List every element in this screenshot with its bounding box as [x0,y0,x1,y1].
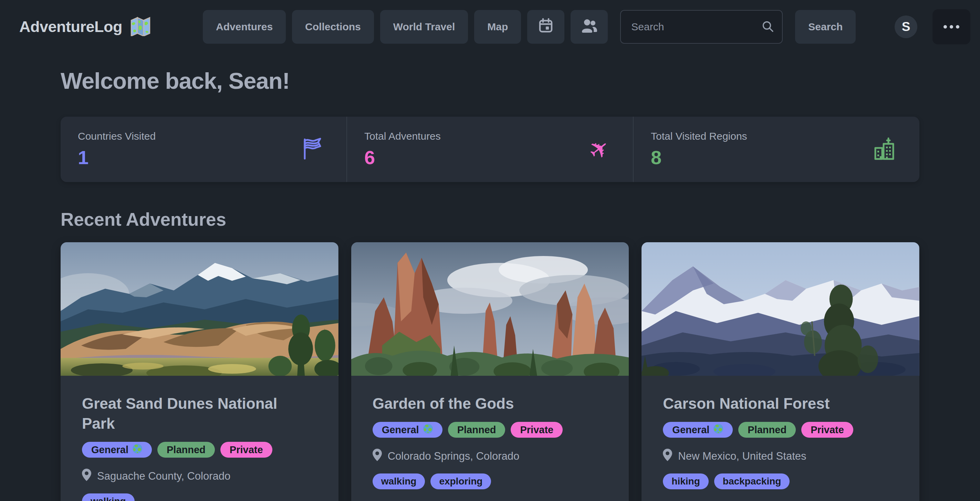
location-pin-icon [372,449,382,464]
stat-countries-visited: Countries Visited 1 [60,117,347,182]
stat-title: Total Adventures [364,130,441,142]
location-row: New Mexico, United States [663,449,898,464]
badge-private: Private [511,422,563,438]
badge-row: General Planned Private [372,422,608,438]
nav-world-travel-button[interactable]: World Travel [380,10,468,44]
avatar[interactable]: S [895,16,917,38]
location-text: Saguache County, Colorado [97,470,231,482]
adventure-card[interactable]: Great Sand Dunes National Park General [60,242,339,501]
adventure-photo-sand-dunes [60,242,339,376]
navbar-right: S [895,9,970,44]
nav-map-button[interactable]: Map [474,10,521,44]
stats-panel: Countries Visited 1 Total Adventures 6 ✈ [60,117,920,182]
recent-adventures-heading: Recent Adventures [60,209,920,230]
tag: backpacking [714,474,790,489]
tag-row: walking [82,493,317,501]
card-body: Garden of the Gods General [351,376,629,489]
stat-title: Countries Visited [78,130,156,142]
recent-adventure-cards: Great Sand Dunes National Park General [60,242,920,501]
tag: walking [372,474,425,489]
badge-planned: Planned [448,422,506,438]
globe-icon [423,423,433,436]
badge-private: Private [801,422,853,438]
stat-value: 6 [364,146,441,169]
adventure-photo-carson-forest [641,242,920,376]
app-title: AdventureLog [19,18,122,36]
nav-collections-button[interactable]: Collections [292,10,374,44]
calendar-icon [538,17,554,36]
card-body: Great Sand Dunes National Park General [60,376,339,501]
city-icon [873,136,896,162]
stat-value: 8 [651,146,747,169]
location-text: Colorado Springs, Colorado [388,450,520,463]
search-button[interactable]: Search [795,10,856,44]
badge-row: General Planned Private [82,442,317,458]
badge-general: General [372,422,442,438]
stat-total-adventures: Total Adventures 6 ✈ [347,117,633,182]
tag-row: hiking backpacking [663,474,898,489]
calendar-button[interactable] [527,10,565,44]
card-body: Carson National Forest General [641,376,920,489]
globe-icon [132,444,143,456]
nav-adventures-button[interactable]: Adventures [203,10,286,44]
tag: walking [82,493,135,501]
location-row: Saguache County, Colorado [82,469,317,484]
location-text: New Mexico, United States [678,450,806,463]
tag: exploring [430,474,491,489]
globe-icon [713,423,724,436]
adventure-photo-garden-of-the-gods [351,242,629,376]
users-icon [581,18,598,36]
tag-row: walking exploring [372,474,608,489]
badge-general: General [82,442,152,458]
adventure-title: Garden of the Gods [372,394,593,414]
badge-planned: Planned [738,422,796,438]
nav-links: Adventures Collections World Travel Map [203,10,856,44]
stat-title: Total Visited Regions [651,130,747,142]
flag-icon [302,136,323,162]
adventure-title: Carson National Forest [663,394,883,414]
search-input[interactable] [620,10,783,44]
badge-planned: Planned [158,442,215,458]
badge-row: General Planned Private [663,422,898,438]
adventure-title: Great Sand Dunes National Park [82,394,302,434]
plane-icon: ✈ [582,132,616,167]
overflow-menu-button[interactable] [932,9,970,44]
app-logo[interactable]: AdventureLog [19,16,151,38]
stat-total-visited-regions: Total Visited Regions 8 [633,117,920,182]
stat-value: 1 [78,146,156,169]
location-row: Colorado Springs, Colorado [372,449,608,464]
adventure-card[interactable]: Garden of the Gods General [351,242,629,501]
navbar: AdventureLog Adventures Collections Worl… [0,0,980,54]
ellipsis-icon [943,25,959,29]
magnifier-icon [761,20,775,35]
location-pin-icon [663,449,672,464]
badge-general: General [663,422,733,438]
adventure-card[interactable]: Carson National Forest General [641,242,920,501]
main-content: Welcome back, Sean! Countries Visited 1 … [60,67,920,501]
badge-private: Private [220,442,272,458]
users-button[interactable] [571,10,608,44]
search-field-wrap [620,10,783,44]
location-pin-icon [82,469,91,484]
welcome-heading: Welcome back, Sean! [60,67,920,94]
folded-map-icon [130,16,151,38]
tag: hiking [663,474,708,489]
